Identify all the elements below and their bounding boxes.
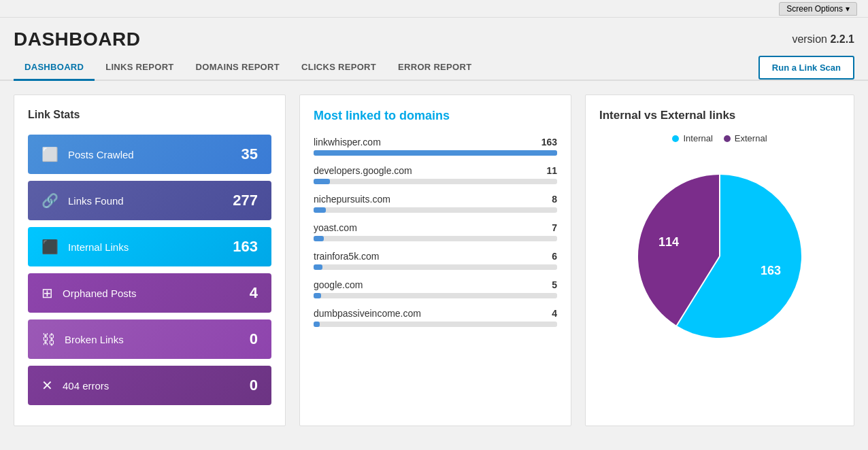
legend-external: External <box>724 133 767 143</box>
domain-name: trainfora5k.com <box>314 251 379 262</box>
domain-count: 11 <box>546 165 557 176</box>
tab-clicks-report[interactable]: CLICKS REPORT <box>290 56 387 81</box>
link-stats-panel: Link Stats ⬜ Posts Crawled 35 🔗 Links Fo… <box>14 94 286 426</box>
pie-chart-container: 163114 <box>599 154 840 358</box>
domain-name: developers.google.com <box>314 165 412 176</box>
stat-card-links-found[interactable]: 🔗 Links Found 277 <box>28 181 271 220</box>
domain-bar-fill <box>314 293 321 298</box>
chevron-down-icon: ▾ <box>846 4 850 14</box>
domain-row: linkwhisper.com 163 <box>314 137 557 156</box>
domain-row: trainfora5k.com 6 <box>314 251 557 270</box>
domain-count: 163 <box>541 137 557 148</box>
tab-domains-report[interactable]: DOMAINS REPORT <box>185 56 290 81</box>
pie-slices: 163114 <box>638 175 801 338</box>
tab-dashboard[interactable]: DASHBOARD <box>14 56 95 81</box>
404-errors-icon: ✕ <box>41 377 53 394</box>
domain-bar-background <box>314 150 557 156</box>
chart-legend: Internal External <box>599 133 840 143</box>
domain-name: google.com <box>314 279 363 290</box>
nav-tabs-left: DASHBOARD LINKS REPORT DOMAINS REPORT CL… <box>14 56 482 80</box>
version-number: 2.2.1 <box>830 33 854 45</box>
links-found-icon: 🔗 <box>41 192 59 209</box>
header: DASHBOARD version 2.2.1 <box>0 18 868 56</box>
internal-dot <box>672 135 679 142</box>
orphaned-posts-label: Orphaned Posts <box>63 288 136 299</box>
domain-bar-background <box>314 179 557 184</box>
domain-bar-fill <box>314 150 557 156</box>
domain-name: nichepursuits.com <box>314 194 390 205</box>
404-errors-value: 0 <box>250 377 258 394</box>
chart-title: Internal vs External links <box>599 109 840 122</box>
domains-title-highlight: domains <box>399 109 450 122</box>
domain-name: yoast.com <box>314 222 357 233</box>
version-prefix: version <box>792 33 827 45</box>
domain-bar-background <box>314 322 557 327</box>
domain-row: google.com 5 <box>314 279 557 298</box>
domains-list: linkwhisper.com 163 developers.google.co… <box>314 137 557 327</box>
domains-title: Most linked to domains <box>314 109 557 123</box>
domain-bar-fill <box>314 322 320 327</box>
internal-legend-label: Internal <box>683 133 712 143</box>
screen-options-label: Screen Options <box>786 4 843 14</box>
stat-card-broken-links[interactable]: ⛓ Broken Links 0 <box>28 319 271 359</box>
broken-links-value: 0 <box>250 330 258 348</box>
domain-bar-background <box>314 264 557 270</box>
domain-bar-background <box>314 207 557 213</box>
internal-links-label: Internal Links <box>68 241 129 253</box>
nav-tabs: DASHBOARD LINKS REPORT DOMAINS REPORT CL… <box>0 56 868 81</box>
links-found-value: 277 <box>233 192 258 209</box>
domain-row: dumbpassiveincome.com 4 <box>314 308 557 327</box>
domain-bar-background <box>314 236 557 241</box>
legend-internal: Internal <box>672 133 712 143</box>
internal-pie-label: 163 <box>761 264 781 277</box>
internal-links-value: 163 <box>233 238 258 256</box>
external-dot <box>724 135 731 142</box>
chart-panel: Internal vs External links Internal Exte… <box>585 94 854 426</box>
domains-title-prefix: Most linked to <box>314 109 399 122</box>
domain-row: nichepursuits.com 8 <box>314 194 557 213</box>
links-found-label: Links Found <box>68 195 124 207</box>
run-link-scan-button[interactable]: Run a Link Scan <box>758 56 854 80</box>
stat-card-404-errors[interactable]: ✕ 404 errors 0 <box>28 366 271 405</box>
domain-name: dumbpassiveincome.com <box>314 308 421 319</box>
tab-error-report[interactable]: ERROR REPORT <box>387 56 482 81</box>
stat-card-posts-crawled[interactable]: ⬜ Posts Crawled 35 <box>28 135 271 174</box>
external-legend-label: External <box>735 133 767 143</box>
pie-chart: 163114 <box>624 161 815 351</box>
domain-row: yoast.com 7 <box>314 222 557 241</box>
domains-panel: Most linked to domains linkwhisper.com 1… <box>299 94 571 426</box>
broken-links-icon: ⛓ <box>41 332 55 347</box>
domain-count: 8 <box>552 194 557 205</box>
domain-bar-fill <box>314 207 326 213</box>
stat-card-orphaned-posts[interactable]: ⊞ Orphaned Posts 4 <box>28 273 271 313</box>
domain-row: developers.google.com 11 <box>314 165 557 184</box>
top-bar: Screen Options ▾ <box>0 0 868 18</box>
posts-crawled-value: 35 <box>241 145 258 163</box>
orphaned-posts-value: 4 <box>250 284 258 302</box>
domain-bar-fill <box>314 179 330 184</box>
posts-crawled-label: Posts Crawled <box>68 149 134 160</box>
domain-count: 5 <box>552 279 557 290</box>
tab-links-report[interactable]: LINKS REPORT <box>95 56 184 81</box>
link-stats-title: Link Stats <box>28 109 271 121</box>
broken-links-label: Broken Links <box>65 334 124 345</box>
domain-name: linkwhisper.com <box>314 137 381 148</box>
internal-links-icon: ⬛ <box>41 239 59 255</box>
domain-count: 7 <box>552 222 557 233</box>
screen-options-button[interactable]: Screen Options ▾ <box>779 2 857 16</box>
main-content: Link Stats ⬜ Posts Crawled 35 🔗 Links Fo… <box>0 81 868 440</box>
domain-bar-fill <box>314 236 324 241</box>
domain-bar-fill <box>314 264 322 270</box>
version-info: version 2.2.1 <box>792 33 854 46</box>
external-pie-label: 114 <box>658 235 679 249</box>
posts-crawled-icon: ⬜ <box>41 146 59 162</box>
domain-count: 6 <box>552 251 557 262</box>
page-title: DASHBOARD <box>14 29 141 50</box>
orphaned-posts-icon: ⊞ <box>41 285 53 301</box>
stat-card-internal-links[interactable]: ⬛ Internal Links 163 <box>28 227 271 266</box>
404-errors-label: 404 errors <box>63 380 109 392</box>
domain-count: 4 <box>552 308 557 319</box>
domain-bar-background <box>314 293 557 298</box>
